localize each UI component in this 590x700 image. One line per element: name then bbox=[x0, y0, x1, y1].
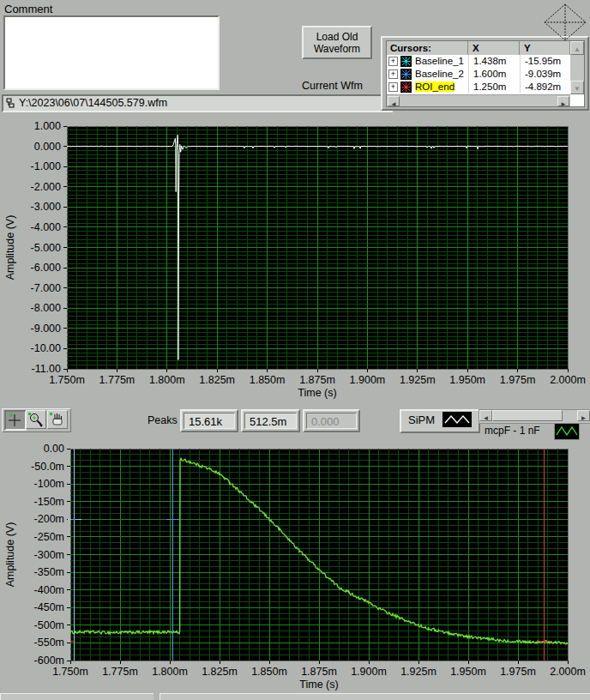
cursor-list: Cursors: X Y ▲ ▼ + Baseline_1 1.438m -15… bbox=[386, 40, 585, 107]
peak-value-field[interactable]: 512.5m bbox=[241, 409, 300, 432]
cursor-name[interactable]: Baseline_1 bbox=[415, 55, 467, 68]
svg-text:-150m: -150m bbox=[34, 496, 64, 508]
cursor-row-baseline1[interactable]: + Baseline_1 1.438m -15.95m bbox=[387, 55, 570, 68]
svg-text:-11.00: -11.00 bbox=[31, 363, 61, 375]
svg-text:-200m: -200m bbox=[34, 513, 64, 525]
cursor-col-header-name[interactable]: Cursors: bbox=[387, 41, 468, 55]
up-arrow-icon: ▲ bbox=[574, 45, 581, 53]
graph-palette bbox=[2, 408, 71, 432]
expand-icon[interactable]: + bbox=[388, 57, 398, 66]
svg-text:1.925m: 1.925m bbox=[400, 374, 436, 386]
svg-text:-250m: -250m bbox=[34, 531, 64, 543]
comment-box[interactable] bbox=[3, 15, 220, 90]
cursor-marker-icon bbox=[400, 56, 412, 67]
scroll-left-button[interactable]: ◄ bbox=[388, 96, 400, 106]
svg-text:1.750m: 1.750m bbox=[52, 666, 88, 678]
svg-text:1.925m: 1.925m bbox=[400, 666, 436, 678]
peak-count-value: 15.61k bbox=[184, 413, 235, 429]
scroll-left-button[interactable]: ◄ bbox=[479, 410, 492, 421]
cursor-x-value: 1.438m bbox=[468, 55, 525, 68]
expand-icon[interactable]: + bbox=[388, 69, 398, 79]
current-wfm-label: Current Wfm bbox=[302, 80, 363, 92]
svg-text:1.775m: 1.775m bbox=[102, 666, 138, 678]
cursor-col-header-x[interactable]: X bbox=[468, 41, 520, 55]
svg-text:-500m: -500m bbox=[34, 619, 64, 631]
svg-text:-6.000: -6.000 bbox=[31, 262, 61, 274]
svg-text:1.800m: 1.800m bbox=[149, 374, 185, 386]
scroll-right-button[interactable]: ► bbox=[577, 410, 590, 421]
svg-text:-9.000: -9.000 bbox=[31, 323, 61, 335]
scrollbar-thumb[interactable] bbox=[492, 410, 563, 421]
graph-hscrollbar[interactable]: ◄ ► bbox=[479, 409, 590, 424]
svg-text:1.850m: 1.850m bbox=[250, 374, 286, 386]
cursor-y-value: -15.95m bbox=[520, 55, 571, 68]
integrated-pulse-graph[interactable]: 1.750m1.775m1.800m1.825m1.850m1.875m1.90… bbox=[0, 440, 590, 700]
cursor-tool-button[interactable] bbox=[4, 410, 27, 431]
cursors-panel: Cursors: X Y ▲ ▼ + Baseline_1 1.438m -15… bbox=[381, 36, 589, 111]
wfm-path-field[interactable]: Y:\2023\06\07\144505.579.wfm bbox=[2, 94, 393, 112]
sipm-selector-label: SiPM bbox=[408, 413, 435, 426]
svg-text:-8.000: -8.000 bbox=[31, 302, 61, 314]
svg-text:-4.000: -4.000 bbox=[31, 221, 61, 233]
raw-waveform-plot[interactable]: 1.750m1.775m1.800m1.825m1.850m1.875m1.90… bbox=[0, 118, 590, 407]
scroll-down-button[interactable]: ▼ bbox=[570, 81, 584, 94]
magnifier-icon bbox=[27, 411, 45, 428]
cursor-x-value: 1.600m bbox=[468, 68, 525, 81]
svg-text:1.975m: 1.975m bbox=[500, 666, 536, 678]
pan-tool-button[interactable] bbox=[47, 410, 68, 429]
cursor-name-highlighted[interactable]: ROI_end bbox=[415, 81, 455, 92]
hand-icon bbox=[48, 411, 67, 428]
cursor-x-value: 1.250m bbox=[468, 81, 525, 94]
svg-text:0.000: 0.000 bbox=[34, 141, 61, 153]
svg-text:-350m: -350m bbox=[34, 566, 64, 578]
peak-count-field[interactable]: 15.61k bbox=[180, 409, 238, 432]
svg-text:1.950m: 1.950m bbox=[450, 666, 486, 678]
raw-waveform-graph[interactable]: 1.750m1.775m1.800m1.825m1.850m1.875m1.90… bbox=[0, 118, 590, 407]
svg-text:-400m: -400m bbox=[34, 584, 64, 596]
legend-label[interactable]: mcpF - 1 nF bbox=[485, 425, 540, 437]
cursor-y-value: -9.039m bbox=[520, 68, 571, 81]
load-button-line2: Waveform bbox=[314, 43, 360, 55]
svg-text:-10.00: -10.00 bbox=[31, 342, 61, 354]
cursor-row-baseline2[interactable]: + Baseline_2 1.600m -9.039m bbox=[387, 68, 570, 81]
crosshair-icon bbox=[6, 412, 25, 429]
scroll-right-button[interactable]: ► bbox=[557, 96, 569, 106]
sipm-selector[interactable]: SiPM bbox=[400, 409, 480, 433]
svg-text:1.875m: 1.875m bbox=[299, 374, 335, 386]
diamond-palette-icon[interactable] bbox=[543, 3, 587, 42]
cursor-name[interactable]: Baseline_2 bbox=[415, 68, 467, 81]
peaks-label: Peaks bbox=[148, 414, 178, 426]
svg-text:1.950m: 1.950m bbox=[449, 374, 485, 386]
svg-text:-100m: -100m bbox=[34, 478, 64, 490]
svg-text:-600m: -600m bbox=[34, 655, 64, 667]
left-arrow-icon: ◄ bbox=[390, 100, 397, 108]
x-axis-label: Time (s) bbox=[299, 679, 338, 691]
cursor-list-hscrollbar[interactable]: ◄ ► bbox=[387, 94, 570, 106]
svg-text:2.000m: 2.000m bbox=[550, 374, 586, 386]
integrated-pulse-plot[interactable]: 1.750m1.775m1.800m1.825m1.850m1.875m1.90… bbox=[0, 440, 590, 700]
cursor-row-roi-end[interactable]: + ROI_end 1.250m -4.892m bbox=[387, 81, 570, 94]
svg-text:1.750m: 1.750m bbox=[49, 374, 85, 386]
svg-text:-1.000: -1.000 bbox=[31, 160, 61, 172]
svg-text:1.800m: 1.800m bbox=[152, 666, 188, 678]
svg-text:1.975m: 1.975m bbox=[500, 374, 536, 386]
expand-icon[interactable]: + bbox=[388, 82, 398, 92]
legend-trace-icon[interactable] bbox=[554, 423, 580, 440]
scroll-up-button[interactable]: ▲ bbox=[570, 41, 584, 55]
y-axis-label: Amplitude (V) bbox=[4, 215, 16, 281]
svg-text:2.000m: 2.000m bbox=[550, 666, 586, 678]
cursor-marker-icon bbox=[400, 69, 412, 80]
comment-label: Comment bbox=[4, 3, 52, 15]
svg-text:1.825m: 1.825m bbox=[202, 666, 238, 678]
cursor-list-vscrollbar[interactable]: ▲ ▼ bbox=[570, 41, 584, 94]
zoom-tool-button[interactable] bbox=[26, 410, 46, 429]
svg-text:1.775m: 1.775m bbox=[99, 374, 135, 386]
x-axis-label: Time (s) bbox=[298, 387, 336, 399]
svg-text:-550m: -550m bbox=[34, 637, 64, 649]
waveform-icon bbox=[442, 412, 472, 427]
cursor-col-header-y[interactable]: Y bbox=[520, 41, 570, 55]
svg-text:-450m: -450m bbox=[34, 601, 64, 613]
peak-value-text: 512.5m bbox=[244, 413, 297, 429]
load-old-waveform-button[interactable]: Load Old Waveform bbox=[302, 26, 372, 59]
svg-text:1.900m: 1.900m bbox=[350, 374, 386, 386]
